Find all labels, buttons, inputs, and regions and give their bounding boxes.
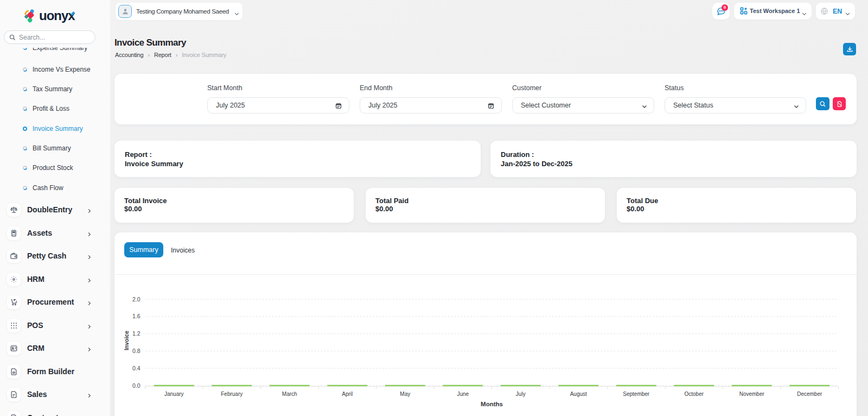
svg-text:September: September [623, 391, 650, 397]
svg-text:May: May [400, 391, 410, 397]
svg-text:0.8: 0.8 [132, 348, 141, 354]
svg-text:1.6: 1.6 [132, 313, 141, 319]
svg-text:March: March [282, 391, 297, 397]
svg-text:1.2: 1.2 [132, 330, 141, 337]
svg-text:November: November [739, 391, 765, 397]
svg-text:July: July [516, 391, 526, 397]
svg-text:December: December [797, 391, 822, 397]
svg-text:October: October [684, 391, 704, 397]
svg-text:January: January [164, 391, 184, 397]
svg-text:February: February [221, 391, 242, 397]
svg-text:2.0: 2.0 [132, 296, 141, 302]
svg-text:April: April [342, 391, 353, 397]
svg-text:0.4: 0.4 [132, 365, 141, 371]
svg-text:Invoice: Invoice [123, 331, 130, 350]
svg-text:June: June [457, 391, 469, 397]
svg-text:Months: Months [481, 401, 503, 407]
svg-text:August: August [570, 391, 587, 397]
svg-text:0.0: 0.0 [132, 382, 141, 389]
